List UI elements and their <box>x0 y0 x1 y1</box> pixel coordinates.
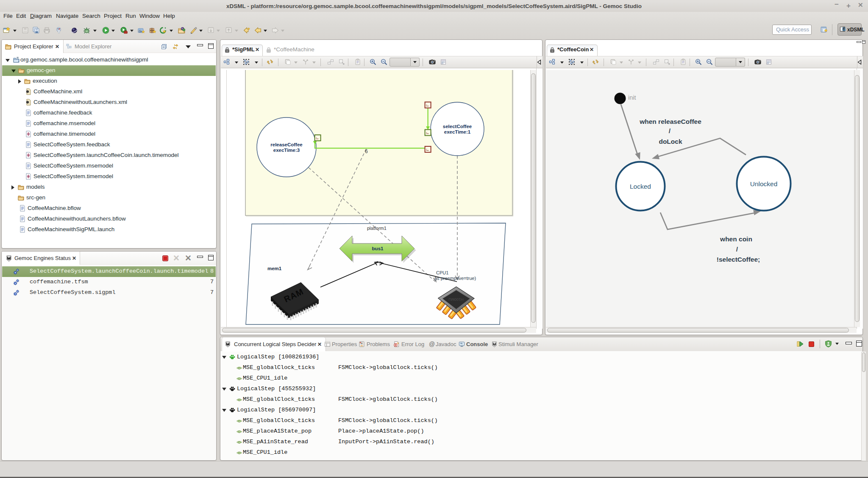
svg-text:CPU1: CPU1 <box>436 270 448 275</box>
svg-text:mem1: mem1 <box>267 266 282 271</box>
svg-text:execTime:1: execTime:1 <box>444 129 471 134</box>
svg-text:/: / <box>669 127 671 134</box>
svg-text:H100MU: H100MU <box>448 297 464 302</box>
svg-text:execTime:3: execTime:3 <box>273 148 300 153</box>
svg-text:(is preemptive=true): (is preemptive=true) <box>434 276 476 281</box>
svg-text:6: 6 <box>365 148 368 154</box>
svg-text:platform1: platform1 <box>367 226 387 231</box>
svg-text:when releaseCoffee: when releaseCoffee <box>639 118 701 125</box>
svg-text:doLock: doLock <box>659 138 682 145</box>
svg-text:releaseCoffee: releaseCoffee <box>270 142 302 147</box>
svg-text:Locked: Locked <box>630 183 651 190</box>
svg-text:init: init <box>628 94 636 101</box>
svg-text:/: / <box>736 246 738 253</box>
svg-text:when coin: when coin <box>720 235 752 243</box>
svg-text:Unlocked: Unlocked <box>750 180 778 187</box>
svg-text:!selectCoffee;: !selectCoffee; <box>717 256 760 263</box>
svg-text:bus1: bus1 <box>372 246 384 251</box>
svg-text:selectCoffee: selectCoffee <box>443 124 472 129</box>
